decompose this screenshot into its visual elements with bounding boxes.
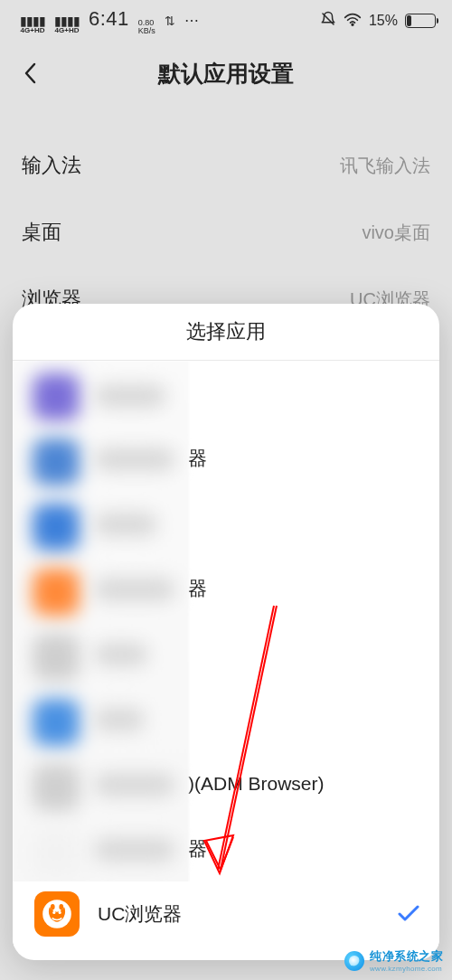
- app-icon: [34, 826, 80, 872]
- setting-row-ime[interactable]: 输入法 讯飞输入法: [22, 132, 430, 199]
- battery-percent: 15%: [369, 13, 398, 29]
- setting-value: 讯飞输入法: [340, 154, 430, 178]
- app-name: UC浏览器: [98, 901, 378, 927]
- back-button[interactable]: [16, 59, 45, 88]
- app-row[interactable]: )(ADM Browser): [13, 751, 439, 816]
- app-icon: [34, 501, 80, 546]
- status-right: 15%: [320, 11, 436, 31]
- app-icon: [34, 631, 80, 676]
- page-title-row: 默认应用设置: [0, 42, 452, 105]
- svg-point-5: [59, 911, 61, 914]
- app-row[interactable]: 器: [13, 816, 439, 881]
- status-bar: ▮▮▮▮ 4G+HD ▮▮▮▮ 4G+HD 6:41 0.80 KB/s ⇅ ⋯…: [0, 0, 452, 42]
- app-icon: [34, 566, 80, 611]
- app-name: 器: [98, 446, 421, 471]
- app-icon: [34, 371, 80, 416]
- svg-point-3: [59, 904, 63, 909]
- status-net-speed: 0.80 KB/s: [138, 19, 155, 35]
- svg-point-4: [52, 911, 55, 914]
- signal-2-icon: ▮▮▮▮ 4G+HD: [54, 14, 80, 34]
- status-more-icon: ⋯: [184, 12, 200, 29]
- svg-point-0: [352, 24, 353, 25]
- watermark-logo-icon: [344, 951, 364, 971]
- app-icon: [34, 436, 80, 481]
- status-left: ▮▮▮▮ 4G+HD ▮▮▮▮ 4G+HD 6:41 0.80 KB/s ⇅ ⋯: [20, 7, 200, 35]
- app-row[interactable]: 器: [13, 556, 439, 621]
- app-row[interactable]: [13, 621, 439, 686]
- watermark-text-cn: 纯净系统之家: [370, 948, 443, 965]
- setting-label: 输入法: [22, 152, 81, 179]
- chevron-left-icon: [22, 61, 40, 85]
- settings-list: 输入法 讯飞输入法 桌面 vivo桌面 浏览器 UC浏览器: [0, 105, 452, 333]
- app-icon: [34, 761, 80, 806]
- app-name: )(ADM Browser): [98, 773, 421, 795]
- app-name: 器: [98, 836, 421, 862]
- setting-row-launcher[interactable]: 桌面 vivo桌面: [22, 199, 430, 266]
- wifi-icon: [344, 12, 362, 30]
- app-row[interactable]: [13, 686, 439, 751]
- setting-label: 桌面: [22, 219, 61, 246]
- watermark-text-en: www.kzmyhome.com: [370, 965, 443, 973]
- app-row[interactable]: 器: [13, 426, 439, 491]
- app-chooser-sheet: 选择应用 器: [13, 304, 439, 960]
- page-title: 默认应用设置: [158, 59, 294, 89]
- sheet-title: 选择应用: [13, 304, 439, 360]
- network-icon: ⇅: [165, 14, 175, 28]
- app-row[interactable]: [13, 491, 439, 556]
- selected-check-icon: [396, 901, 421, 927]
- app-list[interactable]: 器 器 )(ADM Browser) 器: [13, 361, 439, 960]
- app-name: 器: [98, 576, 421, 601]
- app-row[interactable]: [13, 361, 439, 426]
- svg-point-2: [51, 904, 55, 909]
- dnd-icon: [320, 11, 336, 31]
- status-time: 6:41: [89, 7, 129, 31]
- uc-browser-icon: [34, 891, 80, 937]
- battery-icon: [405, 14, 436, 28]
- setting-value: vivo桌面: [362, 221, 430, 245]
- app-row-uc-browser[interactable]: UC浏览器: [13, 881, 439, 947]
- signal-1-icon: ▮▮▮▮ 4G+HD: [20, 14, 45, 34]
- app-icon: [34, 696, 80, 741]
- watermark: 纯净系统之家 www.kzmyhome.com: [341, 947, 447, 975]
